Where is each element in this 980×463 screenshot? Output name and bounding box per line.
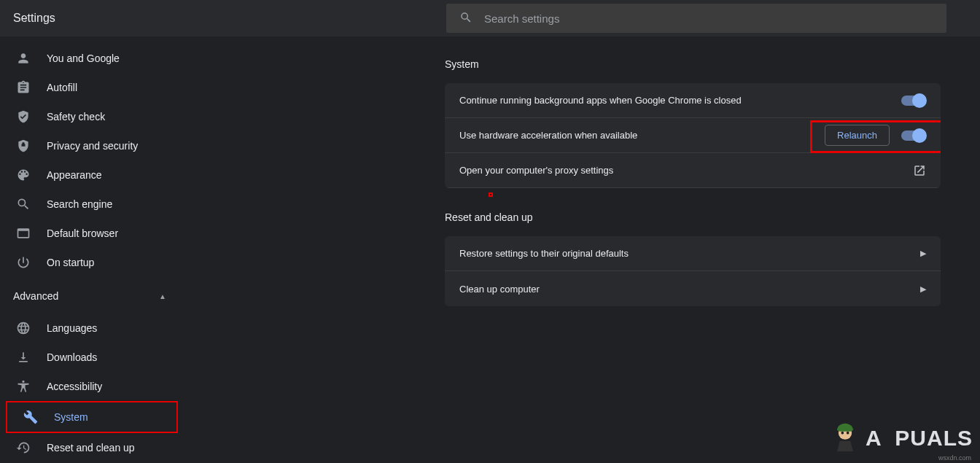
row-label: Clean up computer xyxy=(459,284,920,295)
row-label: Restore settings to their original defau… xyxy=(459,248,920,259)
wrench-icon xyxy=(23,410,38,424)
row-label: Use hardware acceleration when available xyxy=(459,130,825,141)
restore-icon xyxy=(16,440,31,455)
sidebar-item-label: Appearance xyxy=(47,169,102,181)
content-area: System Continue running background apps … xyxy=(182,36,980,463)
svg-point-2 xyxy=(847,432,849,435)
sidebar-item-privacy[interactable]: Privacy and security xyxy=(0,131,182,160)
reset-card: Restore settings to their original defau… xyxy=(445,236,941,306)
person-icon xyxy=(16,51,31,66)
relaunch-button[interactable]: Relaunch xyxy=(825,125,890,146)
sidebar-item-accessibility[interactable]: Accessibility xyxy=(0,372,182,401)
svg-point-1 xyxy=(841,432,844,435)
sidebar-item-label: Downloads xyxy=(47,351,97,363)
row-restore-defaults[interactable]: Restore settings to their original defau… xyxy=(445,236,941,271)
sidebar-item-search-engine[interactable]: Search engine xyxy=(0,190,182,219)
palette-icon xyxy=(16,168,31,182)
sidebar-item-appearance[interactable]: Appearance xyxy=(0,160,182,190)
download-icon xyxy=(16,350,31,365)
sidebar-item-label: Accessibility xyxy=(47,381,102,392)
search-field[interactable] xyxy=(446,4,946,33)
row-background-apps[interactable]: Continue running background apps when Go… xyxy=(445,83,941,118)
sidebar-item-label: Autofill xyxy=(47,82,77,93)
watermark: A PUALS xyxy=(829,422,973,454)
power-icon xyxy=(16,255,31,270)
search-icon xyxy=(459,11,472,26)
advanced-label: Advanced xyxy=(13,290,58,302)
system-card: Continue running background apps when Go… xyxy=(445,83,941,188)
row-proxy-settings[interactable]: Open your computer's proxy settings xyxy=(445,153,941,188)
page-title: Settings xyxy=(13,12,446,25)
sidebar-item-label: Languages xyxy=(47,322,97,334)
chevron-right-icon: ▶ xyxy=(920,249,926,258)
sidebar-item-system[interactable]: System xyxy=(7,402,176,432)
sidebar-item-autofill[interactable]: Autofill xyxy=(0,73,182,102)
shield-check-icon xyxy=(16,109,31,124)
toggle-hardware-acceleration[interactable] xyxy=(901,131,926,141)
shield-icon xyxy=(16,139,31,153)
sidebar-item-label: Safety check xyxy=(47,111,105,122)
annotation-highlight-sidebar: System xyxy=(6,401,178,433)
sidebar-item-safety-check[interactable]: Safety check xyxy=(0,102,182,131)
sidebar-item-on-startup[interactable]: On startup xyxy=(0,248,182,277)
browser-icon xyxy=(16,226,31,241)
sidebar-item-label: You and Google xyxy=(47,52,120,64)
watermark-sub: wsxdn.com xyxy=(938,454,971,462)
accessibility-icon xyxy=(16,379,31,394)
sidebar-item-label: Reset and clean up xyxy=(47,442,135,454)
watermark-text-b: PUALS xyxy=(895,426,973,450)
search-icon xyxy=(16,197,31,211)
clipboard-icon xyxy=(16,80,31,95)
sidebar-item-label: Privacy and security xyxy=(47,140,138,152)
external-link-icon xyxy=(913,164,926,177)
sidebar-item-default-browser[interactable]: Default browser xyxy=(0,219,182,248)
search-input[interactable] xyxy=(484,12,933,25)
sidebar-item-you-and-google[interactable]: You and Google xyxy=(0,44,182,73)
sidebar-item-label: Search engine xyxy=(47,198,112,210)
chevron-right-icon: ▶ xyxy=(920,284,926,294)
row-label: Continue running background apps when Go… xyxy=(459,95,901,106)
chevron-up-icon: ▲ xyxy=(159,292,166,300)
section-title-reset: Reset and clean up xyxy=(445,211,941,223)
row-label: Open your computer's proxy settings xyxy=(459,165,913,176)
sidebar-item-label: Default browser xyxy=(47,227,118,239)
sidebar-item-label: System xyxy=(54,411,88,423)
sidebar-item-downloads[interactable]: Downloads xyxy=(0,343,182,372)
advanced-toggle[interactable]: Advanced ▲ xyxy=(0,281,182,311)
mascot-icon xyxy=(829,422,861,454)
annotation-marker xyxy=(489,192,493,197)
sidebar-item-languages[interactable]: Languages xyxy=(0,314,182,343)
top-bar: Settings xyxy=(0,0,980,36)
sidebar-item-label: On startup xyxy=(47,257,94,268)
row-clean-up[interactable]: Clean up computer ▶ xyxy=(445,271,941,306)
globe-icon xyxy=(16,321,31,335)
sidebar-item-reset[interactable]: Reset and clean up xyxy=(0,433,182,462)
sidebar: You and Google Autofill Safety check Pri… xyxy=(0,36,182,463)
toggle-background-apps[interactable] xyxy=(901,96,926,106)
watermark-text-a: A xyxy=(866,426,882,450)
row-hardware-acceleration[interactable]: Use hardware acceleration when available… xyxy=(445,118,941,153)
section-title-system: System xyxy=(445,58,941,70)
